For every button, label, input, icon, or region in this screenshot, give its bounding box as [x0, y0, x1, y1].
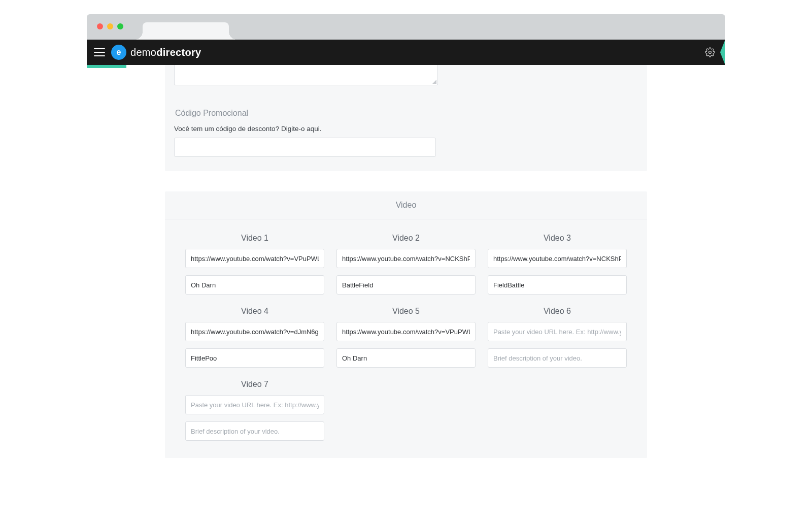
promo-section-label: Código Promocional	[175, 109, 638, 118]
promo-help-text: Você tem um código de desconto? Digite-o…	[174, 125, 638, 133]
svg-point-0	[709, 51, 712, 54]
video-item-1: Video 1	[185, 234, 324, 295]
video-title: Video 4	[185, 307, 324, 316]
video-desc-input[interactable]	[185, 348, 324, 368]
brand-logo-letter: e	[117, 48, 121, 57]
video-url-input[interactable]	[185, 322, 324, 341]
settings-button[interactable]	[700, 47, 720, 57]
video-title: Video 7	[185, 380, 324, 389]
window-maximize-button[interactable]	[117, 23, 123, 29]
page-viewport: e demodirectory Código Promoci	[87, 40, 725, 436]
video-item-7: Video 7	[185, 380, 324, 441]
video-item-6: Video 6	[488, 307, 627, 368]
menu-toggle-button[interactable]	[94, 48, 105, 56]
window-minimize-button[interactable]	[107, 23, 113, 29]
brand-bold: directory	[156, 47, 201, 58]
video-desc-input[interactable]	[336, 348, 476, 368]
window-close-button[interactable]	[97, 23, 103, 29]
video-url-input[interactable]	[488, 249, 627, 268]
video-url-input[interactable]	[336, 249, 476, 268]
video-card: Video Video 1 Video 2 Video 3	[165, 191, 647, 458]
promo-code-input[interactable]	[174, 138, 436, 157]
video-title: Video 5	[336, 307, 476, 316]
video-url-input[interactable]	[185, 249, 324, 268]
video-desc-input[interactable]	[185, 275, 324, 295]
video-desc-input[interactable]	[185, 421, 324, 441]
topbar: e demodirectory	[87, 40, 725, 65]
resize-handle-icon[interactable]	[432, 80, 436, 84]
brand-logo-icon: e	[111, 45, 126, 60]
video-url-input[interactable]	[336, 322, 476, 341]
window-controls	[97, 23, 123, 29]
description-textarea[interactable]	[174, 65, 438, 85]
video-url-input[interactable]	[185, 395, 324, 414]
video-title: Video 2	[336, 234, 476, 243]
promo-card: Código Promocional Você tem um código de…	[165, 65, 647, 171]
video-desc-input[interactable]	[488, 348, 627, 368]
video-desc-input[interactable]	[488, 275, 627, 295]
video-desc-input[interactable]	[336, 275, 476, 295]
video-item-2: Video 2	[336, 234, 476, 295]
video-item-5: Video 5	[336, 307, 476, 368]
side-panel-toggle[interactable]	[720, 40, 725, 65]
video-url-input[interactable]	[488, 322, 627, 341]
content: Código Promocional Você tem um código de…	[87, 65, 725, 499]
gear-icon	[705, 47, 715, 57]
browser-tab[interactable]	[143, 22, 229, 40]
video-title: Video 3	[488, 234, 627, 243]
brand-prefix: demo	[130, 47, 156, 58]
video-title: Video 6	[488, 307, 627, 316]
progress-strip	[87, 65, 126, 68]
video-item-3: Video 3	[488, 234, 627, 295]
brand[interactable]: e demodirectory	[111, 45, 201, 60]
video-title: Video 1	[185, 234, 324, 243]
browser-chrome	[87, 14, 725, 40]
brand-text: demodirectory	[130, 47, 201, 58]
video-grid: Video 1 Video 2 Video 3 Video 4	[165, 219, 647, 458]
video-item-4: Video 4	[185, 307, 324, 368]
video-section-header: Video	[165, 191, 647, 219]
